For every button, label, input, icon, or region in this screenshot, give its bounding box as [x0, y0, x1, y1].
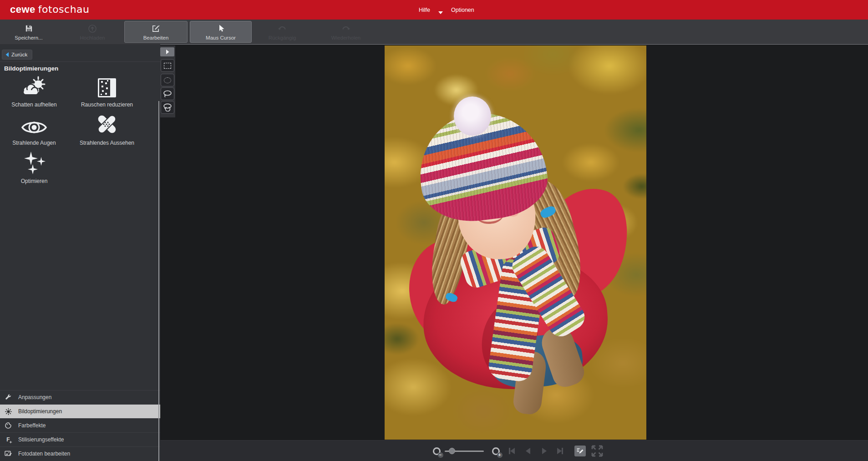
save-button[interactable]: Speichern... — [5, 21, 53, 43]
sidebar: Zurück Bildoptimierungen — [0, 44, 160, 461]
category-farbeffekte[interactable]: Farbeffekte — [0, 418, 160, 432]
logo-bold: cewe — [10, 4, 36, 15]
edit-icon — [152, 24, 160, 34]
upload-button: Hochladen — [68, 21, 117, 43]
upload-label: Hochladen — [80, 35, 105, 41]
chevron-right-icon — [166, 49, 169, 55]
first-image-button — [506, 441, 517, 461]
tile-label: Optimieren — [21, 178, 48, 184]
edit-list-icon — [576, 447, 584, 455]
menu-optionen[interactable]: Optionen — [451, 7, 474, 13]
viewer-controls-bar: − + — [160, 440, 868, 461]
tile-strahlende-augen[interactable]: Strahlende Augen — [0, 113, 68, 146]
upload-icon — [88, 24, 97, 34]
category-label: Stilisierungseffekte — [18, 436, 64, 443]
next-image-button — [539, 441, 550, 461]
smart-lasso-selection-button[interactable] — [161, 101, 174, 114]
redo-label: Wiederholen — [331, 35, 361, 41]
lasso-selection-icon — [163, 90, 172, 98]
rect-selection-button[interactable] — [161, 59, 174, 72]
menubar: Hilfe Optionen — [419, 0, 474, 20]
fullscreen-icon — [589, 445, 605, 457]
palette-icon — [5, 422, 12, 429]
previous-image-button — [523, 441, 533, 461]
zoom-in-icon: + — [492, 447, 500, 455]
selection-toolstrip — [160, 46, 175, 117]
styled-text-star-icon: F — [5, 436, 12, 443]
tile-label: Schatten aufhellen — [11, 101, 56, 108]
save-icon — [25, 24, 33, 34]
title-bar: cewefotoschau Hilfe Optionen — [0, 0, 868, 20]
tile-label: Strahlende Augen — [12, 140, 56, 146]
divider — [0, 61, 160, 62]
toolbar: Speichern... Hochladen Bearbeiten Maus C… — [0, 20, 868, 44]
fullscreen-button — [588, 441, 606, 461]
tile-strahlendes-aussehen[interactable]: Strahlendes Aussehen — [73, 113, 141, 146]
smart-lasso-selection-icon — [163, 103, 172, 111]
expand-panel-button[interactable] — [160, 47, 174, 56]
edit-mode-button[interactable]: Bearbeiten — [124, 21, 188, 43]
zoom-in-button[interactable]: + — [489, 441, 503, 461]
zoom-out-icon: − — [433, 447, 441, 455]
wrench-icon — [5, 394, 12, 401]
edit-label: Bearbeiten — [143, 35, 169, 41]
cursor-label: Maus Cursor — [206, 35, 236, 41]
bandage-icon — [94, 113, 120, 136]
category-bildoptimierungen[interactable]: Bildoptimierungen — [0, 404, 160, 418]
cloud-sun-icon — [22, 75, 46, 98]
section-title: Bildoptimierungen — [4, 65, 58, 72]
redo-button: Wiederholen — [321, 21, 371, 43]
edit-list-button[interactable] — [574, 446, 586, 456]
last-image-icon — [557, 448, 562, 454]
undo-button: Rückgängig — [257, 21, 307, 43]
category-label: Fotodaten bearbeiten — [18, 451, 70, 457]
category-fotodaten-bearbeiten[interactable]: Fotodaten bearbeiten — [0, 446, 160, 461]
tile-schatten-aufhellen[interactable]: Schatten aufhellen — [0, 75, 68, 108]
redo-icon — [341, 24, 351, 34]
sidebar-scrollbar[interactable] — [158, 101, 159, 461]
tile-rauschen-reduzieren[interactable]: Rauschen reduzieren — [73, 75, 141, 108]
noise-reduction-icon — [97, 75, 117, 98]
lasso-selection-button[interactable] — [161, 87, 174, 100]
last-image-button — [554, 441, 565, 461]
chevron-down-icon[interactable] — [438, 11, 443, 14]
sun-icon — [5, 408, 12, 415]
category-anpassungen[interactable]: Anpassungen — [0, 390, 160, 404]
photo-preview[interactable] — [385, 46, 646, 440]
category-label: Anpassungen — [18, 394, 51, 400]
category-label: Farbeffekte — [18, 422, 46, 429]
zoom-slider-handle[interactable] — [449, 448, 455, 454]
mouse-cursor-button[interactable]: Maus Cursor — [190, 21, 252, 43]
menu-hilfe[interactable]: Hilfe — [419, 7, 430, 13]
tile-label: Strahlendes Aussehen — [80, 140, 134, 146]
photo-edit-icon — [5, 450, 12, 457]
undo-icon — [277, 24, 287, 34]
zoom-out-button[interactable]: − — [430, 441, 443, 461]
app-window: cewefotoschau Hilfe Optionen Speichern..… — [0, 0, 868, 461]
sparkles-icon — [20, 152, 48, 174]
photo-pompom — [454, 96, 491, 136]
category-menu: Anpassungen Bildoptimierungen Farbeffekt… — [0, 390, 160, 461]
cursor-icon — [217, 24, 225, 34]
back-button[interactable]: Zurück — [2, 50, 32, 60]
next-image-icon — [542, 448, 547, 454]
category-label: Bildoptimierungen — [18, 408, 62, 415]
eye-icon — [21, 113, 47, 136]
rectangular-selection-icon — [164, 63, 171, 69]
category-stilisierungseffekte[interactable]: F Stilisierungseffekte — [0, 432, 160, 446]
ellipse-selection-button[interactable] — [161, 74, 174, 86]
tile-optimieren[interactable]: Optimieren — [0, 152, 68, 184]
back-label: Zurück — [11, 52, 27, 57]
previous-image-icon — [526, 448, 530, 454]
chevron-left-icon — [5, 52, 9, 57]
editor-canvas — [160, 44, 868, 440]
logo-light: fotoschau — [38, 4, 90, 15]
app-logo: cewefotoschau — [10, 4, 90, 15]
save-label: Speichern... — [15, 35, 42, 41]
elliptical-selection-icon — [164, 77, 171, 83]
undo-label: Rückgängig — [269, 35, 296, 41]
tile-label: Rauschen reduzieren — [81, 101, 133, 108]
